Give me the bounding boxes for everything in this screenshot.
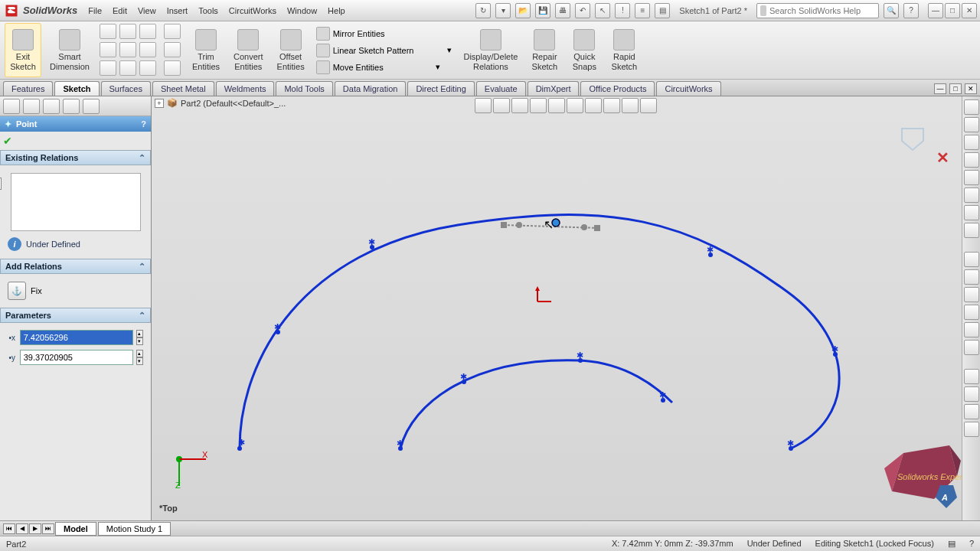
tab-next[interactable]: ▶ (29, 523, 41, 534)
tab-sketch[interactable]: Sketch (54, 81, 99, 96)
status-custom-icon[interactable]: ▤ (948, 539, 956, 549)
bottom-tab-motion[interactable]: Motion Study 1 (98, 522, 171, 536)
rt-18[interactable] (964, 422, 979, 437)
fix-relation-button[interactable]: ⚓ Fix (5, 279, 146, 303)
smart-dimension-button[interactable]: Smart Dimension (44, 23, 95, 77)
options-button[interactable]: ≡ (635, 3, 650, 18)
panel-tab-property[interactable] (23, 99, 40, 114)
doc-minimize[interactable]: — (934, 83, 946, 94)
convert-button[interactable]: Convert Entities (228, 23, 269, 77)
rt-15[interactable] (964, 369, 979, 384)
maximize-button[interactable]: □ (945, 3, 960, 18)
plane-tool[interactable] (164, 60, 181, 76)
rt-11[interactable] (964, 287, 979, 302)
circle-tool[interactable] (119, 24, 136, 39)
repair-button[interactable]: Repair Sketch (526, 23, 563, 77)
options2-button[interactable]: ▤ (655, 3, 670, 18)
new-button[interactable]: ▾ (495, 3, 511, 18)
doc-restore[interactable]: □ (949, 83, 962, 94)
confirm-corner-cancel[interactable]: ✕ (936, 148, 949, 167)
rt-6[interactable] (964, 187, 979, 203)
toolbar-refresh-icon[interactable]: ↻ (475, 3, 491, 18)
status-help-icon[interactable]: ? (969, 539, 974, 549)
panel-tab-display[interactable] (83, 99, 100, 114)
tab-circuitworks[interactable]: CircuitWorks (656, 81, 720, 96)
menu-circuitworks[interactable]: CircuitWorks (229, 6, 276, 15)
x-spin-up[interactable]: ▴ (136, 330, 143, 337)
confirm-corner-ok[interactable] (899, 126, 926, 155)
rapid-button[interactable]: Rapid Sketch (606, 23, 642, 77)
rt-13[interactable] (964, 322, 979, 337)
mirror-button[interactable]: Mirror Entities (313, 27, 456, 41)
section-parameters[interactable]: Parameters⌃ (0, 308, 151, 323)
search-input[interactable] (769, 6, 875, 15)
tab-dimxpert[interactable]: DimXpert (528, 81, 580, 96)
menu-window[interactable]: Window (287, 6, 317, 15)
line-tool[interactable] (100, 24, 116, 39)
tab-last[interactable]: ⏭ (42, 523, 54, 534)
rt-12[interactable] (964, 305, 979, 320)
rectangle-tool[interactable] (100, 42, 116, 57)
rt-17[interactable] (964, 404, 979, 419)
tab-moldtools[interactable]: Mold Tools (276, 81, 332, 96)
search-go-icon[interactable]: 🔍 (884, 3, 899, 18)
rt-4[interactable] (964, 152, 979, 168)
ellipse-tool[interactable] (119, 60, 136, 76)
menu-edit[interactable]: Edit (113, 6, 127, 15)
rt-2[interactable] (964, 117, 979, 132)
panel-tab-dimxpert[interactable] (63, 99, 80, 114)
param-x-input[interactable] (20, 330, 133, 345)
relations-list[interactable] (11, 173, 141, 231)
section-existing-relations[interactable]: Existing Relations⌃ (0, 150, 151, 165)
menu-tools[interactable]: Tools (198, 6, 218, 15)
point-tool[interactable] (164, 42, 181, 57)
graphics-area[interactable]: + 📦 Part2 (Default<<Default>_... ✱ ✱ ✱ ✱… (152, 96, 980, 536)
close-button[interactable]: ✕ (962, 3, 977, 18)
tab-directediting[interactable]: Direct Editing (407, 81, 474, 96)
help-search[interactable] (756, 3, 879, 18)
ok-button[interactable]: ✔ (3, 135, 15, 147)
tab-office[interactable]: Office Products (580, 81, 655, 96)
select-button[interactable]: ↖ (595, 3, 610, 18)
spline-tool[interactable] (139, 42, 156, 57)
tab-first[interactable]: ⏮ (3, 523, 15, 534)
polygon-tool[interactable] (119, 42, 136, 57)
tab-prev[interactable]: ◀ (16, 523, 28, 534)
minimize-button[interactable]: — (928, 3, 943, 18)
rt-14[interactable] (964, 340, 979, 355)
tab-surfaces[interactable]: Surfaces (101, 81, 151, 96)
offset-button[interactable]: Offset Entities (272, 23, 310, 77)
open-button[interactable]: 📂 (515, 3, 531, 18)
rt-7[interactable] (964, 205, 979, 220)
tab-sheetmetal[interactable]: Sheet Metal (152, 81, 214, 96)
slot-tool[interactable] (100, 60, 116, 76)
y-spin-down[interactable]: ▾ (136, 357, 143, 365)
display-relations-button[interactable]: Display/Delete Relations (458, 23, 523, 77)
rt-8[interactable] (964, 223, 979, 238)
menu-help[interactable]: Help (328, 6, 345, 15)
arc-tool[interactable] (139, 24, 156, 39)
x-spin-down[interactable]: ▾ (136, 337, 143, 345)
save-button[interactable]: 💾 (535, 3, 550, 18)
menu-view[interactable]: View (138, 6, 156, 15)
menu-insert[interactable]: Insert (167, 6, 188, 15)
y-spin-up[interactable]: ▴ (136, 350, 143, 357)
move-button[interactable]: Move Entities▾ (313, 60, 456, 74)
section-add-relations[interactable]: Add Relations⌃ (0, 259, 151, 274)
trim-button[interactable]: Trim Entities (187, 23, 225, 77)
rt-16[interactable] (964, 386, 979, 402)
print-button[interactable]: 🖶 (555, 3, 570, 18)
rt-1[interactable] (964, 99, 979, 115)
rt-10[interactable] (964, 269, 979, 285)
text-tool[interactable] (164, 24, 181, 39)
quick-snaps-button[interactable]: Quick Snaps (566, 23, 603, 77)
tab-evaluate[interactable]: Evaluate (476, 81, 526, 96)
tab-features[interactable]: Features (3, 81, 53, 96)
fillet-tool[interactable] (139, 60, 156, 76)
bottom-tab-model[interactable]: Model (55, 522, 96, 536)
exit-sketch-button[interactable]: Exit Sketch (5, 23, 41, 77)
help-button[interactable]: ? (903, 3, 919, 18)
tab-weldments[interactable]: Weldments (216, 81, 275, 96)
param-y-input[interactable] (20, 350, 133, 365)
tab-datamigration[interactable]: Data Migration (335, 81, 407, 96)
